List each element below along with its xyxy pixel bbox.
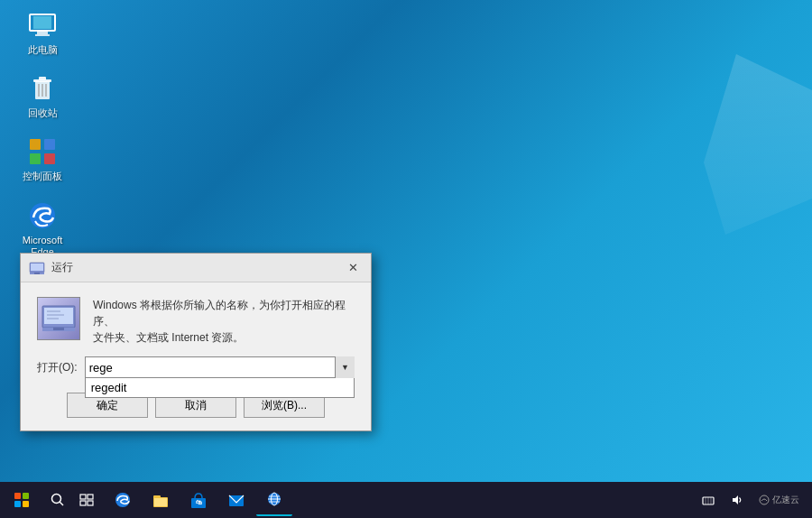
desktop-icon-edge[interactable]: Microsoft Edge	[14, 199, 71, 258]
svg-rect-29	[88, 495, 93, 499]
dialog-run-icon-large	[37, 297, 80, 340]
dialog-input-wrapper: ▼ regedit	[85, 356, 355, 378]
autocomplete-item-regedit[interactable]: regedit	[86, 378, 354, 397]
svg-rect-2	[37, 31, 48, 34]
volume-tray-icon[interactable]	[724, 482, 750, 518]
svg-marker-48	[733, 495, 738, 504]
dialog-title: 运行	[51, 260, 342, 275]
taskbar: 🛍	[0, 482, 812, 518]
brand-label: 亿速云	[772, 494, 799, 506]
recycle-bin-icon	[26, 72, 59, 105]
taskbar-store[interactable]: 🛍	[180, 484, 217, 516]
svg-rect-16	[31, 264, 43, 271]
svg-rect-20	[44, 308, 73, 324]
run-input[interactable]	[85, 356, 355, 378]
dialog-body: Windows 将根据你所输入的名称，为你打开相应的程序、文件夹、文档或 Int…	[21, 282, 371, 356]
taskbar-file-explorer[interactable]	[143, 484, 179, 516]
svg-rect-31	[88, 501, 93, 505]
autocomplete-dropdown: regedit	[85, 378, 355, 398]
desktop-icon-control-panel[interactable]: 控制面板	[14, 135, 71, 182]
edge-icon	[26, 199, 59, 232]
dialog-input-label: 打开(O):	[37, 360, 78, 375]
taskbar-mail[interactable]	[218, 484, 254, 516]
search-button[interactable]	[43, 482, 72, 518]
dialog-input-row: 打开(O): ▼ regedit	[21, 356, 371, 384]
start-button[interactable]	[0, 482, 43, 518]
svg-text:🛍: 🛍	[196, 499, 202, 505]
svg-rect-11	[44, 139, 55, 150]
svg-rect-35	[154, 498, 167, 506]
svg-rect-3	[35, 34, 50, 36]
svg-rect-30	[80, 501, 86, 505]
svg-rect-12	[30, 153, 41, 164]
control-panel-icon	[26, 135, 59, 168]
svg-rect-6	[39, 77, 46, 80]
svg-rect-13	[44, 153, 55, 164]
svg-rect-10	[30, 139, 41, 150]
svg-rect-28	[80, 495, 86, 499]
desktop: 此电脑 回收站	[0, 0, 812, 518]
network-tray-icon[interactable]	[696, 482, 721, 518]
windows-logo-icon	[14, 493, 29, 507]
svg-rect-1	[33, 16, 51, 29]
svg-point-49	[760, 495, 769, 504]
run-input-dropdown[interactable]: ▼	[335, 356, 355, 378]
desktop-icon-recycle-bin[interactable]: 回收站	[14, 72, 71, 119]
desktop-icon-this-pc[interactable]: 此电脑	[14, 9, 71, 56]
taskbar-edge[interactable]	[105, 484, 141, 516]
dialog-close-button[interactable]: ✕	[342, 258, 364, 278]
svg-line-27	[60, 502, 63, 505]
desktop-highlight	[704, 54, 812, 235]
dialog-description: Windows 将根据你所输入的名称，为你打开相应的程序、文件夹、文档或 Int…	[93, 297, 355, 346]
yiyun-brand: 亿速云	[753, 494, 805, 506]
this-pc-icon	[26, 9, 59, 42]
run-dialog-icon	[28, 259, 46, 277]
svg-rect-18	[34, 273, 40, 274]
control-panel-label: 控制面板	[23, 171, 62, 182]
desktop-icons: 此电脑 回收站	[14, 9, 71, 258]
taskbar-apps: 🛍	[101, 482, 688, 518]
this-pc-label: 此电脑	[28, 44, 58, 56]
taskbar-ie[interactable]	[256, 484, 292, 516]
dialog-titlebar: 运行 ✕	[21, 254, 371, 282]
svg-rect-22	[53, 328, 64, 330]
recycle-bin-label: 回收站	[28, 107, 58, 119]
run-dialog: 运行 ✕ Windows 将根据你所输入的名称，为你打开相应的程序、文件夹、文档…	[20, 253, 372, 431]
task-view-button[interactable]	[72, 482, 101, 518]
taskbar-tray: 亿速云	[688, 482, 812, 518]
